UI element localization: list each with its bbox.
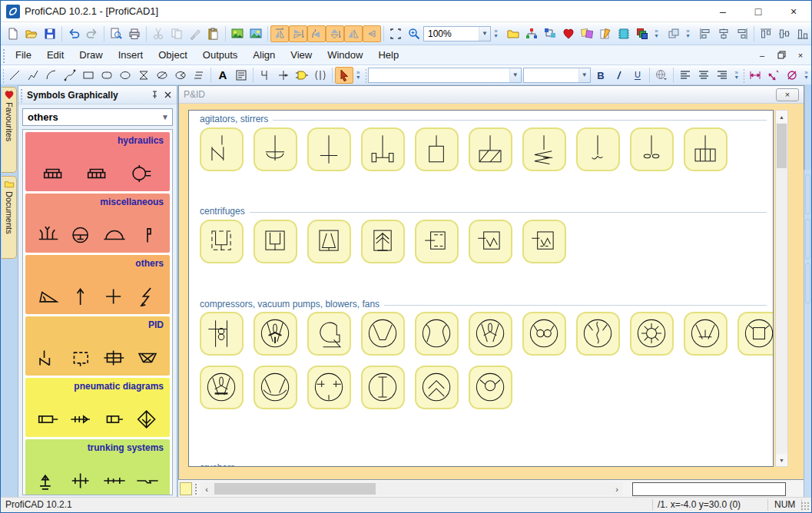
connector-button[interactable] — [311, 67, 330, 84]
symbol-tile-co-compressor[interactable] — [361, 312, 405, 356]
ot-cross-symbol-icon[interactable] — [103, 286, 126, 306]
hy-track-symbol-icon[interactable] — [86, 164, 109, 184]
symbol-tile-co-roots-blower[interactable] — [522, 312, 566, 356]
junction-button[interactable] — [274, 67, 293, 84]
font-family-combo[interactable]: ▼ — [368, 68, 522, 83]
category-PID[interactable]: PID — [25, 316, 170, 376]
polyline-button[interactable] — [24, 67, 42, 84]
parallel-lines-button[interactable] — [190, 67, 208, 84]
tr-earth-symbol-icon[interactable] — [37, 471, 60, 491]
menu-edit[interactable]: Edit — [39, 45, 71, 65]
terminal-button[interactable] — [256, 67, 274, 84]
cut-button[interactable] — [149, 25, 167, 42]
symbols-tree-button[interactable] — [522, 25, 541, 42]
symbol-tile-co-liquid-ring[interactable] — [254, 366, 297, 409]
text-block-button[interactable] — [232, 67, 250, 84]
rotate-ccw-button[interactable] — [363, 25, 381, 42]
vertical-scroll-thumb[interactable] — [777, 124, 787, 168]
symbol-tile-ag-zigzag-stirrer[interactable] — [200, 127, 244, 171]
toolbar-overflow-chevron[interactable]: »▾ — [801, 67, 811, 84]
symbol-tile-ag-box-stirrer[interactable] — [415, 127, 459, 171]
align-bottom-button[interactable] — [794, 25, 812, 42]
symbol-tile-co-screw-compressor[interactable] — [576, 312, 620, 356]
menu-help[interactable]: Help — [370, 45, 406, 65]
tr-cross-symbol-icon[interactable] — [70, 471, 93, 491]
variants-button[interactable] — [578, 25, 596, 42]
symbol-tile-co-duct-fan[interactable] — [200, 312, 244, 356]
dimension-diameter-button[interactable] — [783, 67, 801, 84]
align-text-right-button[interactable] — [713, 67, 731, 84]
scroll-left-arrow[interactable]: ‹ — [201, 482, 213, 495]
symbol-tile-co-square-compressor[interactable] — [737, 312, 774, 356]
symbol-tile-ce-dashed-tub[interactable] — [200, 220, 244, 263]
symbol-tile-ag-paddle-stirrer[interactable] — [307, 127, 351, 171]
menu-object[interactable]: Object — [151, 45, 195, 65]
symbols-panel-header[interactable]: Symbols Graphically — [18, 86, 177, 104]
symbol-tile-ag-hook-stirrer[interactable] — [576, 127, 620, 171]
arc-button[interactable] — [42, 67, 61, 84]
save-button[interactable] — [41, 25, 59, 42]
scroll-right-arrow[interactable]: › — [611, 482, 623, 495]
symbol-tile-co-double-chevron[interactable] — [415, 366, 459, 409]
align-top-button[interactable] — [757, 25, 775, 42]
rounded-rectangle-button[interactable] — [98, 67, 116, 84]
pn-cylinder-symbol-icon[interactable] — [37, 409, 60, 429]
paste-button[interactable] — [204, 25, 223, 42]
toolbar-grip[interactable] — [365, 68, 366, 83]
pi-crossed-rect-symbol-icon[interactable] — [103, 348, 126, 368]
toolbar-overflow-chevron[interactable]: »▾ — [353, 67, 363, 84]
align-text-center-button[interactable] — [694, 67, 713, 84]
redo-button[interactable] — [83, 25, 101, 42]
rectangle-button[interactable] — [79, 67, 98, 84]
line-button[interactable] — [5, 67, 24, 84]
symbol-tile-ag-propeller-stirrer[interactable] — [630, 127, 674, 171]
symbols-folder-button[interactable] — [504, 25, 522, 42]
new-button[interactable] — [4, 25, 22, 42]
gate-button[interactable] — [293, 67, 311, 84]
panel-pin-button[interactable] — [148, 88, 161, 101]
pid-title-bar[interactable]: P&ID × — [179, 86, 804, 104]
mi-earth-symbol-icon[interactable] — [70, 225, 93, 245]
copy-button[interactable] — [167, 25, 186, 42]
flip-horizontal-button[interactable] — [270, 25, 289, 42]
mi-sprinkler-symbol-icon[interactable] — [37, 225, 60, 245]
symbol-tile-ag-helical-stirrer[interactable] — [522, 127, 566, 171]
components-button[interactable] — [541, 25, 559, 42]
mdi-close-button[interactable]: × — [794, 50, 807, 61]
symbol-tile-ce-tub[interactable] — [254, 220, 297, 263]
format-brush-button[interactable] — [186, 25, 204, 42]
text-button[interactable]: A — [214, 67, 232, 84]
dimension-aligned-button[interactable] — [764, 67, 783, 84]
library-button[interactable] — [615, 25, 633, 42]
bezier-button[interactable] — [61, 67, 79, 84]
menu-outputs[interactable]: Outputs — [195, 45, 246, 65]
print-preview-button[interactable] — [107, 25, 125, 42]
mi-flag-symbol-icon[interactable] — [136, 225, 159, 245]
symbol-tile-ag-grid-box-stirrer[interactable] — [684, 127, 727, 171]
tr-step-symbol-icon[interactable] — [136, 471, 159, 491]
symbol-tile-ce-trapezoid[interactable] — [307, 220, 351, 263]
mirror-button[interactable] — [344, 25, 363, 42]
align-center-button[interactable] — [714, 25, 733, 42]
toolbar-overflow-chevron[interactable]: »▾ — [651, 25, 661, 42]
pie-button[interactable] — [171, 67, 190, 84]
symbol-tile-co-vertical-compressor[interactable] — [684, 312, 727, 356]
bold-button[interactable]: B — [592, 67, 610, 84]
symbol-tile-co-piston[interactable] — [361, 366, 405, 409]
symbol-tile-ag-turbine-stirrer[interactable] — [361, 127, 405, 171]
pid-close-button[interactable]: × — [776, 88, 799, 101]
zoom-area-button[interactable] — [386, 25, 405, 42]
page-tab[interactable] — [180, 482, 192, 495]
symbol-tile-co-axial-fan[interactable] — [254, 312, 297, 356]
symbol-tile-co-reciprocating[interactable] — [307, 366, 351, 409]
pi-zigzag-symbol-icon[interactable] — [37, 348, 60, 368]
insert-image-button[interactable] — [228, 25, 247, 42]
edit-symbol-button[interactable] — [596, 25, 615, 42]
pi-hopper-symbol-icon[interactable] — [136, 348, 159, 368]
ot-bolt-symbol-icon[interactable] — [136, 286, 159, 306]
symbol-tile-co-axial-fan-2[interactable] — [469, 312, 512, 356]
symbol-tile-ce-zigzag-dashed[interactable] — [522, 220, 566, 263]
menu-window[interactable]: Window — [320, 45, 370, 65]
maximize-button[interactable]: □ — [741, 1, 776, 22]
pn-valves-symbol-icon[interactable] — [70, 409, 93, 429]
